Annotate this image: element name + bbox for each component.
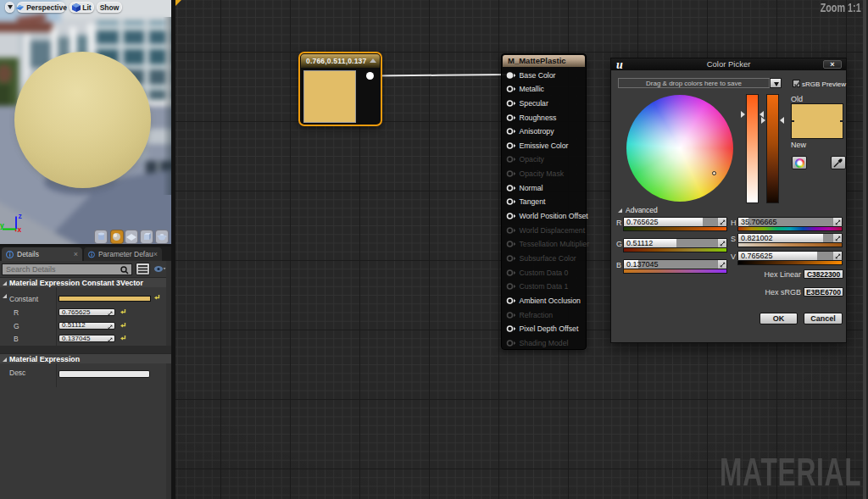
svg-text:z: z xyxy=(19,212,22,220)
svg-text:y: y xyxy=(0,221,4,230)
svg-text:x: x xyxy=(18,225,22,232)
